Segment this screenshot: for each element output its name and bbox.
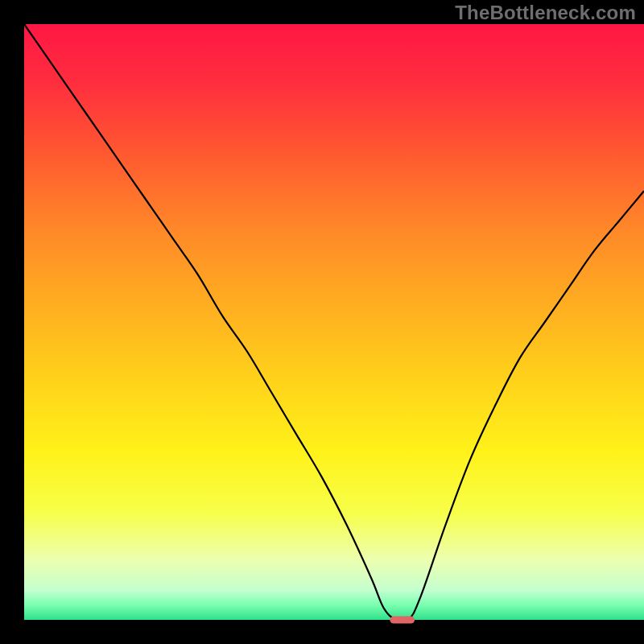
min-marker [390,617,415,624]
plot-background [24,24,644,620]
bottleneck-chart [0,0,644,644]
chart-stage: TheBottleneck.com [0,0,644,644]
